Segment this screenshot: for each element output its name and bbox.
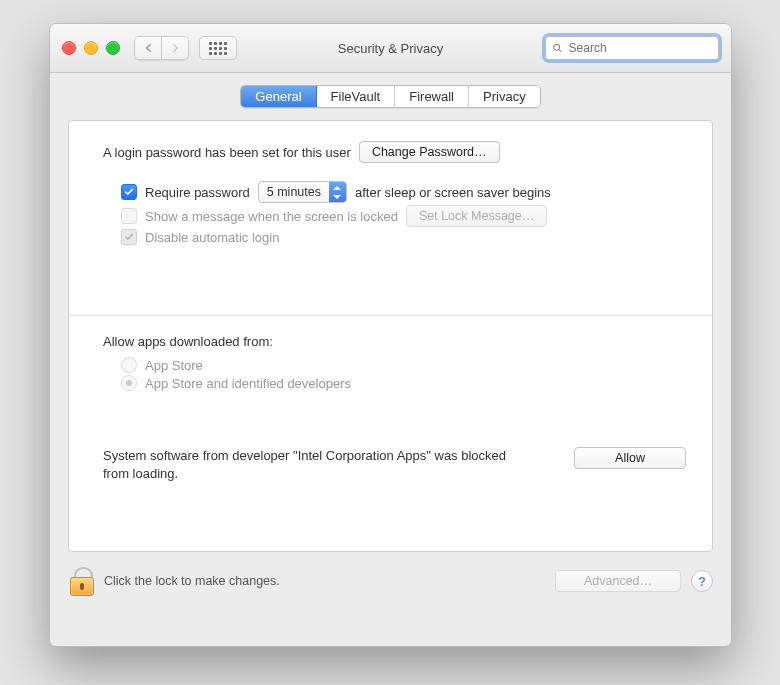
- radio-app-store-and-identified-label: App Store and identified developers: [145, 376, 351, 391]
- tab-firewall[interactable]: Firewall: [395, 86, 469, 107]
- change-password-button[interactable]: Change Password…: [359, 141, 500, 163]
- login-password-status: A login password has been set for this u…: [103, 145, 351, 160]
- require-password-delay-value: 5 minutes: [259, 185, 329, 199]
- tab-filevault[interactable]: FileVault: [317, 86, 396, 107]
- require-password-suffix: after sleep or screen saver begins: [355, 185, 551, 200]
- lock-icon[interactable]: [68, 566, 94, 596]
- show-lock-message-checkbox[interactable]: [121, 208, 137, 224]
- chevron-up-down-icon: [329, 182, 346, 202]
- zoom-icon[interactable]: [106, 41, 120, 55]
- lock-hint: Click the lock to make changes.: [104, 574, 280, 588]
- close-icon[interactable]: [62, 41, 76, 55]
- search-input[interactable]: [545, 36, 719, 60]
- minimize-icon[interactable]: [84, 41, 98, 55]
- show-lock-message-label: Show a message when the screen is locked: [145, 209, 398, 224]
- tab-general[interactable]: General: [241, 86, 316, 107]
- window-controls: [62, 41, 120, 55]
- allow-button[interactable]: Allow: [574, 447, 686, 469]
- titlebar: Security & Privacy: [50, 24, 731, 73]
- radio-app-store-and-identified: [121, 375, 137, 391]
- back-button[interactable]: [134, 36, 161, 60]
- disable-auto-login-checkbox: [121, 229, 137, 245]
- help-button[interactable]: ?: [691, 570, 713, 592]
- search-icon: [552, 42, 563, 54]
- svg-point-0: [554, 44, 560, 50]
- footer: Click the lock to make changes. Advanced…: [50, 552, 731, 596]
- radio-app-store: [121, 357, 137, 373]
- general-panel: A login password has been set for this u…: [68, 120, 713, 552]
- prefs-window: Security & Privacy General FileVault Fir…: [49, 23, 732, 647]
- blocked-software-message: System software from developer "Intel Co…: [103, 447, 523, 482]
- radio-app-store-label: App Store: [145, 358, 203, 373]
- set-lock-message-button: Set Lock Message…: [406, 205, 547, 227]
- advanced-button: Advanced…: [555, 570, 681, 592]
- show-all-button[interactable]: [199, 36, 237, 60]
- nav-back-forward: [134, 36, 189, 60]
- require-password-delay-select[interactable]: 5 minutes: [258, 181, 347, 203]
- require-password-label: Require password: [145, 185, 250, 200]
- search-field[interactable]: [567, 40, 712, 56]
- divider: [69, 315, 712, 316]
- tabs: General FileVault Firewall Privacy: [50, 73, 731, 108]
- gatekeeper-heading: Allow apps downloaded from:: [103, 334, 686, 349]
- svg-line-1: [559, 50, 561, 52]
- disable-auto-login-label: Disable automatic login: [145, 230, 279, 245]
- grid-icon: [209, 42, 227, 55]
- require-password-checkbox[interactable]: [121, 184, 137, 200]
- forward-button[interactable]: [161, 36, 189, 60]
- tab-privacy[interactable]: Privacy: [469, 86, 540, 107]
